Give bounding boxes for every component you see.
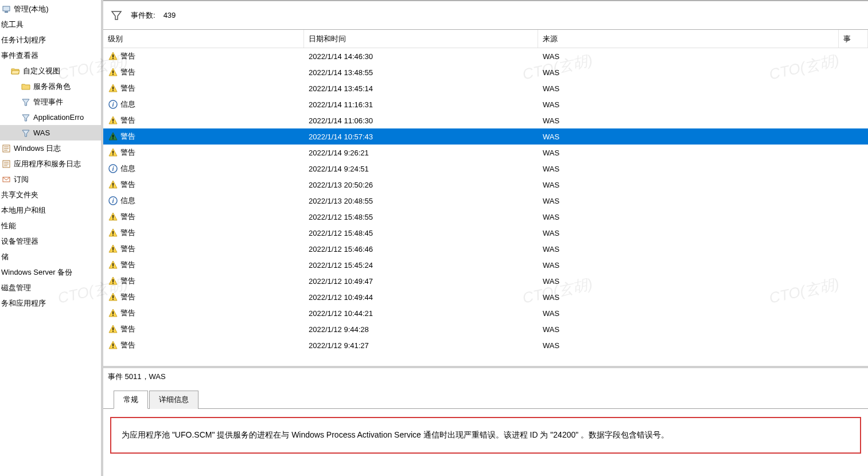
svg-rect-9 <box>112 87 114 89</box>
tree-item[interactable]: 服务器角色 <box>0 79 101 94</box>
log-icon <box>1 159 11 169</box>
table-row[interactable]: 警告2022/1/14 9:26:21WAS <box>103 145 868 161</box>
warning-icon <box>108 115 118 126</box>
svg-rect-17 <box>112 151 114 154</box>
table-row[interactable]: 警告2022/1/13 20:50:26WAS <box>103 177 868 193</box>
column-header-source[interactable]: 来源 <box>538 30 839 48</box>
tree-item-label: 管理(本地) <box>14 4 49 14</box>
tree-item[interactable]: 统工具 <box>0 17 101 32</box>
detail-message: 为应用程序池 "UFO.SCM" 提供服务的进程在与 Windows Proce… <box>110 417 861 454</box>
tree-item[interactable]: ApplicationErro <box>0 110 101 125</box>
tree-item[interactable]: 共享文件夹 <box>0 187 101 202</box>
tree-item[interactable]: 储 <box>0 249 101 264</box>
cell-source: WAS <box>538 289 839 305</box>
warning-icon <box>108 244 118 254</box>
table-row[interactable]: 警告2022/1/14 10:57:43WAS <box>103 128 868 145</box>
table-row[interactable]: 警告2022/1/14 13:48:55WAS <box>103 64 868 80</box>
cell-date: 2022/1/12 10:49:44 <box>304 289 538 305</box>
svg-rect-29 <box>112 247 114 250</box>
cell-event <box>839 193 868 209</box>
tree-item[interactable]: 磁盘管理 <box>0 280 101 295</box>
warning-icon <box>108 228 118 238</box>
cell-source: WAS <box>538 80 839 96</box>
subscription-icon <box>1 174 11 185</box>
cell-event <box>839 177 868 193</box>
svg-rect-13 <box>112 119 114 122</box>
table-row[interactable]: 警告2022/1/12 9:41:27WAS <box>103 337 868 353</box>
svg-rect-34 <box>112 283 114 284</box>
filter-icon <box>21 112 31 123</box>
level-text: 警告 <box>120 244 135 254</box>
tree-item[interactable]: Windows 日志 <box>0 141 101 156</box>
tree-item[interactable]: 任务计划程序 <box>0 32 101 48</box>
computer-icon <box>1 4 11 14</box>
tree-item[interactable]: WAS <box>0 125 101 141</box>
table-row[interactable]: 警告2022/1/12 15:46:46WAS <box>103 241 868 257</box>
svg-rect-30 <box>112 251 114 252</box>
column-header-event[interactable]: 事 <box>839 30 868 48</box>
tree-item-label: 订阅 <box>14 174 29 185</box>
table-row[interactable]: 警告2022/1/12 15:45:24WAS <box>103 257 868 273</box>
cell-level: 警告 <box>103 112 304 128</box>
log-icon <box>1 143 11 154</box>
tree-item[interactable]: 本地用户和组 <box>0 202 101 218</box>
tree-item[interactable]: Windows Server 备份 <box>0 264 101 280</box>
svg-rect-22 <box>112 186 114 188</box>
table-row[interactable]: 警告2022/1/12 15:48:45WAS <box>103 225 868 241</box>
table-row[interactable]: 警告2022/1/12 9:44:28WAS <box>103 321 868 337</box>
tree-item-label: Windows Server 备份 <box>1 267 72 278</box>
level-text: 警告 <box>120 147 135 158</box>
tab-general[interactable]: 常规 <box>114 391 148 409</box>
cell-level: 警告 <box>103 337 304 353</box>
tree-item[interactable]: 管理(本地) <box>0 1 101 17</box>
level-text: 警告 <box>120 83 135 93</box>
svg-rect-16 <box>112 138 114 139</box>
cell-level: 警告 <box>103 48 304 64</box>
table-row[interactable]: 警告2022/1/12 10:49:44WAS <box>103 289 868 305</box>
cell-event <box>839 209 868 225</box>
cell-event <box>839 241 868 257</box>
table-row[interactable]: 警告2022/1/12 15:48:55WAS <box>103 209 868 225</box>
table-row[interactable]: i信息2022/1/13 20:48:55WAS <box>103 193 868 209</box>
svg-rect-14 <box>112 122 114 123</box>
cell-event <box>839 80 868 96</box>
tab-details[interactable]: 详细信息 <box>149 391 198 409</box>
svg-rect-1 <box>5 11 8 13</box>
tree-item[interactable]: 管理事件 <box>0 94 101 110</box>
table-row[interactable]: i信息2022/1/14 9:24:51WAS <box>103 161 868 177</box>
cell-level: 警告 <box>103 145 304 161</box>
table-row[interactable]: i信息2022/1/14 11:16:31WAS <box>103 96 868 112</box>
svg-rect-39 <box>112 327 114 330</box>
level-text: 警告 <box>120 292 135 302</box>
cell-source: WAS <box>538 337 839 353</box>
tree-item[interactable]: 订阅 <box>0 171 101 187</box>
tree-item[interactable]: 自定义视图 <box>0 63 101 79</box>
cell-source: WAS <box>538 193 839 209</box>
tree-item[interactable]: 务和应用程序 <box>0 295 101 311</box>
table-row[interactable]: 警告2022/1/14 11:06:30WAS <box>103 112 868 128</box>
tree-item-label: 任务计划程序 <box>1 35 46 45</box>
table-row[interactable]: 警告2022/1/12 10:49:47WAS <box>103 273 868 289</box>
cell-source: WAS <box>538 321 839 337</box>
cell-date: 2022/1/14 9:24:51 <box>304 161 538 177</box>
warning-icon <box>108 276 118 286</box>
table-row[interactable]: 警告2022/1/14 13:45:14WAS <box>103 80 868 96</box>
svg-rect-6 <box>112 58 114 59</box>
cell-event <box>839 48 868 64</box>
cell-level: 警告 <box>103 209 304 225</box>
tree-item[interactable]: 应用程序和服务日志 <box>0 156 101 171</box>
cell-level: 警告 <box>103 64 304 80</box>
cell-source: WAS <box>538 48 839 64</box>
tree-item[interactable]: 性能 <box>0 218 101 233</box>
info-icon: i <box>108 163 118 174</box>
warning-icon <box>108 260 118 270</box>
tree-item[interactable]: 设备管理器 <box>0 233 101 249</box>
tree-item[interactable]: 事件查看器 <box>0 48 101 63</box>
table-row[interactable]: 警告2022/1/14 14:46:30WAS <box>103 48 868 64</box>
table-row[interactable]: 警告2022/1/12 10:44:21WAS <box>103 305 868 321</box>
event-count-bar: 事件数: 439 <box>103 1 868 30</box>
column-header-date[interactable]: 日期和时间 <box>304 30 538 48</box>
warning-icon <box>108 308 118 318</box>
column-header-level[interactable]: 级别 <box>103 30 304 48</box>
svg-rect-32 <box>112 267 114 268</box>
